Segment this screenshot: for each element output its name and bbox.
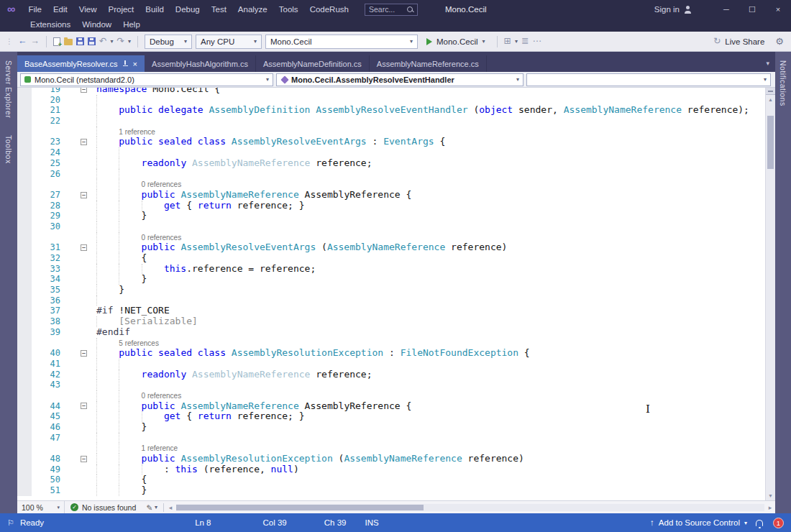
breakpoint-margin[interactable] — [17, 454, 32, 464]
code-viewport[interactable]: 19−namespace Mono.Cecil {2021public dele… — [17, 88, 765, 500]
breakpoint-margin[interactable] — [17, 285, 32, 295]
breakpoint-margin[interactable] — [17, 411, 32, 422]
horizontal-scrollbar[interactable] — [176, 504, 764, 511]
menu-tools[interactable]: Tools — [273, 4, 304, 15]
pin-icon[interactable] — [123, 60, 128, 67]
fold-collapse-icon[interactable]: − — [81, 88, 87, 93]
scroll-up-icon[interactable]: ▲ — [766, 95, 775, 104]
menu-extensions[interactable]: Extensions — [24, 19, 76, 30]
menu-project[interactable]: Project — [102, 4, 140, 15]
fold-collapse-icon[interactable]: − — [81, 139, 87, 145]
codelens-references[interactable]: 0 references — [142, 392, 182, 400]
menu-analyze[interactable]: Analyze — [232, 4, 273, 15]
new-file-icon[interactable] — [53, 37, 60, 46]
breakpoint-margin[interactable] — [17, 380, 32, 390]
code-line[interactable]: 21public delegate AssemblyDefinition Ass… — [17, 105, 765, 116]
toolbar-grip[interactable]: ⋮ — [6, 37, 13, 45]
breakpoint-margin[interactable] — [17, 274, 32, 285]
code-line[interactable]: 48−public AssemblyResolutionException (A… — [17, 454, 765, 464]
breakpoint-margin[interactable] — [17, 485, 32, 496]
code-line[interactable]: 37#if !NET_CORE — [17, 306, 765, 316]
chevron-down-icon[interactable]: ▾ — [515, 38, 518, 45]
breakpoint-margin[interactable] — [17, 464, 32, 475]
tab-assemblynamedefinition-cs[interactable]: AssemblyNameDefinition.cs — [256, 55, 370, 72]
code-line[interactable]: 25readonly AssemblyNameReference referen… — [17, 158, 765, 169]
minimize-button[interactable]: ─ — [713, 2, 739, 17]
codelens-row[interactable]: 0 references — [17, 232, 765, 243]
menu-help[interactable]: Help — [117, 19, 146, 30]
codelens-row[interactable]: 1 reference — [17, 443, 765, 454]
list-icon[interactable]: ≣ — [521, 37, 529, 46]
breakpoint-margin[interactable] — [17, 348, 32, 359]
breakpoint-margin[interactable] — [17, 179, 32, 190]
redo-dropdown-icon[interactable]: ▾ — [128, 38, 131, 45]
breakpoint-margin[interactable] — [17, 201, 32, 211]
codelens-row[interactable]: 5 references — [17, 338, 765, 349]
vertical-scroll-track[interactable] — [766, 104, 775, 491]
tab-baseassemblyresolver-cs[interactable]: BaseAssemblyResolver.cs× — [17, 55, 145, 72]
menu-debug[interactable]: Debug — [170, 4, 206, 15]
breakpoint-margin[interactable] — [17, 253, 32, 264]
code-cleanup-button[interactable]: ✎ ▾ — [142, 503, 162, 512]
code-line[interactable]: 23−public sealed class AssemblyResolveEv… — [17, 137, 765, 147]
code-line[interactable]: 31−public AssemblyResolveEventArgs (Asse… — [17, 242, 765, 253]
bell-icon[interactable] — [756, 520, 763, 526]
issues-indicator[interactable]: ✓ No issues found — [65, 503, 142, 512]
menu-coderush[interactable]: CodeRush — [304, 4, 355, 15]
breakpoint-margin[interactable] — [17, 116, 32, 127]
code-line[interactable]: 46} — [17, 422, 765, 433]
editor-splitter-handle[interactable] — [766, 88, 775, 95]
undo-icon[interactable]: ↶ — [99, 37, 106, 46]
side-tab-notifications[interactable]: Notifications — [779, 60, 787, 106]
breakpoint-margin[interactable] — [17, 316, 32, 327]
breakpoint-margin[interactable] — [17, 88, 32, 95]
code-line[interactable]: 35} — [17, 285, 765, 295]
save-icon[interactable] — [76, 37, 84, 45]
breakpoint-margin[interactable] — [17, 306, 32, 316]
fold-collapse-icon[interactable]: − — [81, 403, 87, 409]
zoom-selector[interactable]: 100 % ▾ — [17, 501, 65, 513]
breakpoint-margin[interactable] — [17, 422, 32, 433]
fold-collapse-icon[interactable]: − — [81, 192, 87, 198]
side-tab-toolbox[interactable]: Toolbox — [4, 135, 13, 164]
close-button[interactable]: × — [765, 2, 791, 17]
solution-platform-dropdown[interactable]: Any CPU ▾ — [196, 35, 262, 49]
vertical-scrollbar[interactable]: ▲ ▼ — [765, 88, 775, 500]
scroll-right-icon[interactable]: ▸ — [765, 504, 775, 511]
code-line[interactable]: 51} — [17, 485, 765, 496]
breakpoint-margin[interactable] — [17, 264, 32, 275]
code-line[interactable]: 50{ — [17, 474, 765, 485]
add-to-source-control-button[interactable]: ↑ Add to Source Control ▾ — [650, 518, 747, 527]
fold-collapse-icon[interactable]: − — [81, 350, 87, 357]
code-line[interactable]: 33this.reference = reference; — [17, 264, 765, 275]
code-line[interactable]: 36 — [17, 295, 765, 306]
code-line[interactable]: 40−public sealed class AssemblyResolutio… — [17, 348, 765, 359]
code-line[interactable]: 19−namespace Mono.Cecil { — [17, 88, 765, 95]
code-line[interactable]: 29} — [17, 211, 765, 221]
save-all-icon[interactable] — [88, 37, 96, 45]
breakpoint-margin[interactable] — [17, 211, 32, 221]
code-line[interactable]: 38[Serializable] — [17, 316, 765, 327]
project-dropdown[interactable]: Mono.Cecil (netstandard2.0) ▾ — [20, 73, 273, 86]
breakpoint-margin[interactable] — [17, 338, 32, 349]
code-line[interactable]: 41 — [17, 359, 765, 370]
codelens-references[interactable]: 1 reference — [119, 128, 155, 136]
breakpoint-margin[interactable] — [17, 127, 32, 137]
redo-icon[interactable]: ↷ — [117, 37, 124, 46]
side-tab-server-explorer[interactable]: Server Explorer — [4, 60, 13, 118]
start-debugging-button[interactable]: Mono.Cecil ▾ — [421, 35, 490, 49]
grid-icon[interactable]: ⊞ — [504, 37, 511, 46]
scroll-down-icon[interactable]: ▼ — [766, 491, 775, 500]
search-input[interactable]: Searc... — [365, 4, 418, 16]
breakpoint-margin[interactable] — [17, 242, 32, 253]
maximize-button[interactable]: ☐ — [739, 2, 765, 17]
tab-list-chevron-icon[interactable]: ▾ — [766, 60, 769, 67]
codelens-references[interactable]: 1 reference — [142, 444, 178, 452]
breakpoint-margin[interactable] — [17, 169, 32, 180]
menu-file[interactable]: File — [22, 4, 47, 15]
breakpoint-margin[interactable] — [17, 147, 32, 158]
code-line[interactable]: 49: this (reference, null) — [17, 464, 765, 475]
breakpoint-margin[interactable] — [17, 370, 32, 380]
code-line[interactable]: 42readonly AssemblyNameReference referen… — [17, 370, 765, 380]
breakpoint-margin[interactable] — [17, 137, 32, 147]
